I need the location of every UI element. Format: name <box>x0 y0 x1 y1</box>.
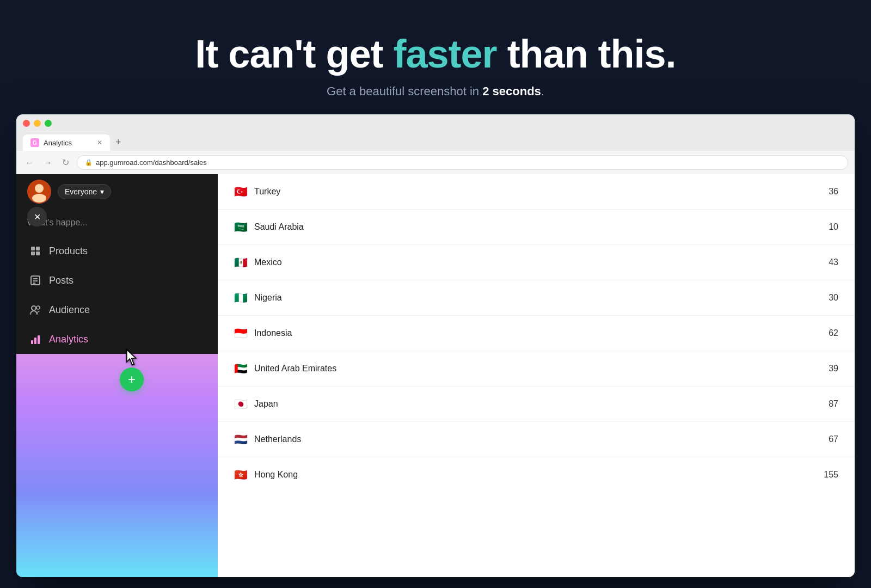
table-row: 🇳🇱 Netherlands 67 <box>218 422 855 457</box>
flag-icon: 🇮🇩 <box>234 327 248 340</box>
flag-icon: 🇹🇷 <box>234 185 248 198</box>
products-label: Products <box>49 246 88 257</box>
svg-rect-13 <box>31 340 33 344</box>
title-before: It can't get <box>195 32 393 76</box>
table-row: 🇸🇦 Saudi Arabia 10 <box>218 210 855 245</box>
subtitle-before: Get a beautiful screenshot in <box>327 84 482 98</box>
avatar-image <box>27 180 51 204</box>
hero-title: It can't get faster than this. <box>0 33 871 76</box>
count-cell: 87 <box>690 387 855 422</box>
svg-rect-3 <box>31 247 35 250</box>
flag-icon: 🇳🇱 <box>234 433 248 446</box>
url-text: app.gumroad.com/dashboard/sales <box>96 158 207 167</box>
subtitle-bold: 2 seconds <box>482 84 541 98</box>
country-name: Netherlands <box>254 434 301 444</box>
count-cell: 43 <box>690 245 855 280</box>
hero-subtitle: Get a beautiful screenshot in 2 seconds. <box>0 84 871 99</box>
sidebar-overlay: Everyone ▾ What's happe... <box>16 174 218 354</box>
new-tab-btn[interactable]: + <box>110 133 127 151</box>
browser-window: G Analytics ✕ + ← → ↻ 🔒 app.gumroad.com/… <box>16 114 855 577</box>
count-cell: 155 <box>690 457 855 493</box>
count-cell: 36 <box>690 174 855 210</box>
url-bar[interactable]: 🔒 app.gumroad.com/dashboard/sales <box>77 155 848 170</box>
count-cell: 10 <box>690 210 855 245</box>
country-cell: 🇲🇽 Mexico <box>218 245 690 280</box>
mobile-overlay: GUMROAD ID # Saudi Arabia ## Mexico ## N… <box>16 174 218 577</box>
tab-label: Analytics <box>44 139 72 147</box>
title-accent: faster <box>394 32 497 76</box>
svg-rect-15 <box>38 335 40 344</box>
browser-tabs: G Analytics ✕ + <box>23 133 848 151</box>
table-row: 🇯🇵 Japan 87 <box>218 387 855 422</box>
count-cell: 67 <box>690 422 855 457</box>
minimize-window-btn[interactable] <box>34 120 41 127</box>
subtitle-after: . <box>541 84 544 98</box>
sidebar-item-posts[interactable]: Posts <box>16 266 218 295</box>
add-button[interactable]: + <box>120 367 144 391</box>
svg-point-1 <box>35 184 44 193</box>
table-row: 🇭🇰 Hong Kong 155 <box>218 457 855 493</box>
close-overlay-btn[interactable]: ✕ <box>27 207 47 226</box>
tab-favicon: G <box>30 138 39 147</box>
browser-chrome: G Analytics ✕ + <box>16 114 855 151</box>
count-cell: 62 <box>690 316 855 351</box>
maximize-window-btn[interactable] <box>45 120 52 127</box>
country-cell: 🇸🇦 Saudi Arabia <box>218 210 690 245</box>
close-tab-btn[interactable]: ✕ <box>97 139 102 146</box>
table-row: 🇲🇽 Mexico 43 <box>218 245 855 280</box>
flag-icon: 🇭🇰 <box>234 468 248 481</box>
sidebar-item-analytics[interactable]: Analytics <box>16 324 218 354</box>
hero-section: It can't get faster than this. Get a bea… <box>0 0 871 120</box>
svg-point-2 <box>32 194 46 203</box>
flag-icon: 🇸🇦 <box>234 220 248 234</box>
refresh-btn[interactable]: ↻ <box>60 156 71 169</box>
table-row: 🇹🇷 Turkey 36 <box>218 174 855 210</box>
country-name: United Arab Emirates <box>254 364 336 373</box>
country-name: Hong Kong <box>254 470 298 480</box>
flag-icon: 🇯🇵 <box>234 397 248 411</box>
svg-rect-4 <box>36 247 40 250</box>
country-cell: 🇳🇱 Netherlands <box>218 422 690 457</box>
country-name: Mexico <box>254 258 282 267</box>
audience-icon <box>29 304 41 316</box>
sidebar-header: Everyone ▾ <box>16 174 218 215</box>
flag-icon: 🇳🇬 <box>234 291 248 304</box>
country-name: Turkey <box>254 187 280 197</box>
address-bar: ← → ↻ 🔒 app.gumroad.com/dashboard/sales <box>16 151 855 174</box>
svg-point-12 <box>36 306 40 309</box>
title-after: than this. <box>497 32 676 76</box>
audience-label: Audience <box>49 304 90 316</box>
table-row: 🇳🇬 Nigeria 30 <box>218 280 855 316</box>
flag-icon: 🇦🇪 <box>234 362 248 375</box>
chevron-down-icon: ▾ <box>100 187 104 196</box>
everyone-dropdown[interactable]: Everyone ▾ <box>58 184 111 199</box>
count-cell: 39 <box>690 351 855 387</box>
sidebar-item-audience[interactable]: Audience <box>16 295 218 324</box>
country-name: Saudi Arabia <box>254 222 304 232</box>
svg-rect-5 <box>31 252 35 255</box>
close-window-btn[interactable] <box>23 120 30 127</box>
analytics-label: Analytics <box>49 334 88 345</box>
analytics-table-panel: 🇹🇷 Turkey 36 🇸🇦 Saudi Arabia 10 🇲🇽 Mexic… <box>218 174 855 577</box>
count-cell: 30 <box>690 280 855 316</box>
back-btn[interactable]: ← <box>23 157 36 169</box>
table-row: 🇮🇩 Indonesia 62 <box>218 316 855 351</box>
country-name: Nigeria <box>254 293 282 303</box>
svg-point-11 <box>32 306 36 310</box>
table-row: 🇦🇪 United Arab Emirates 39 <box>218 351 855 387</box>
posts-label: Posts <box>49 275 73 286</box>
sidebar-item-products[interactable]: Products <box>16 236 218 266</box>
country-name: Indonesia <box>254 328 292 338</box>
country-cell: 🇳🇬 Nigeria <box>218 280 690 316</box>
posts-icon <box>29 274 41 286</box>
forward-btn[interactable]: → <box>41 157 54 169</box>
analytics-icon <box>29 333 41 345</box>
country-cell: 🇯🇵 Japan <box>218 387 690 422</box>
flag-icon: 🇲🇽 <box>234 256 248 269</box>
everyone-label: Everyone <box>65 187 97 196</box>
window-controls <box>23 120 848 127</box>
country-name: Japan <box>254 399 278 409</box>
active-tab[interactable]: G Analytics ✕ <box>23 134 110 151</box>
country-cell: 🇭🇰 Hong Kong <box>218 457 690 493</box>
browser-content: GUMROAD ID # Saudi Arabia ## Mexico ## N… <box>16 174 855 577</box>
